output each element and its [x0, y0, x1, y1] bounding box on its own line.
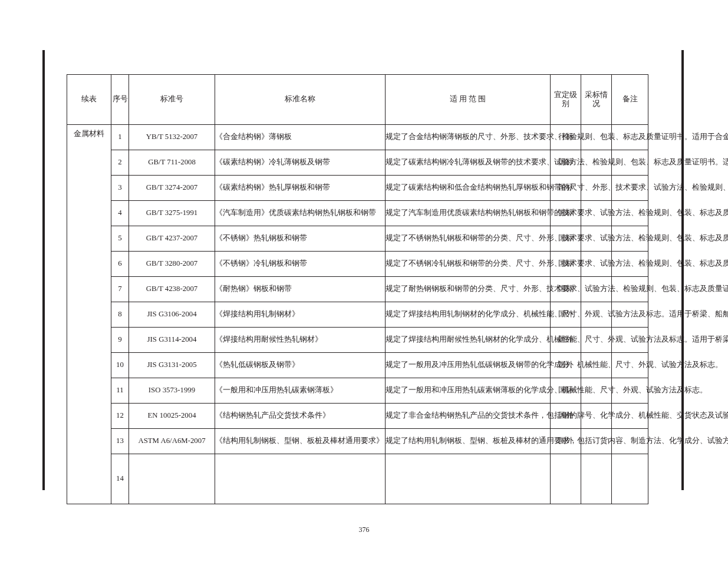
cell-scope: 规定了结构用轧制钢板、型钢、板桩及棒材的通用要求，包括订货内容、制造方法、化学成…: [386, 429, 551, 454]
cell-name: 《碳素结构钢》热轧厚钢板和钢带: [215, 176, 386, 201]
cell-std: GB/T 3274-2007: [129, 176, 215, 201]
cell-std: ASTM A6/A6M-2007: [129, 429, 215, 454]
cell-level: [551, 454, 581, 504]
table-header-row: 续表 序号 标准号 标准名称 适 用 范 围 宜定级别 采标情况 备注: [67, 75, 648, 125]
table-row: 金属材料1YB/T 5132-2007《合金结构钢》薄钢板规定了合金结构钢薄钢板…: [67, 125, 648, 150]
cell-name: 《碳素结构钢》冷轧薄钢板及钢带: [215, 150, 386, 176]
cell-scope: 规定了不锈钢热轧钢板和钢带的分类、尺寸、外形、技术要求、试验方法、检验规则、包装…: [386, 226, 551, 252]
cell-scope: 规定了合金结构钢薄钢板的尺寸、外形、技术要求、检验规则、包装、标志及质量证明书。…: [386, 125, 551, 150]
col-header-name: 标准名称: [215, 75, 386, 125]
table-row: 13ASTM A6/A6M-2007《结构用轧制钢板、型钢、板桩及棒材通用要求》…: [67, 429, 648, 454]
page-number: 376: [0, 525, 728, 534]
cell-scope: 规定了一般用及冲压用热轧低碳钢板及钢带的化学成分、机械性能、尺寸、外观、试验方法…: [386, 353, 551, 378]
col-header-no: 序号: [111, 75, 129, 125]
cell-std: EN 10025-2004: [129, 404, 215, 429]
cell-name: 《合金结构钢》薄钢板: [215, 125, 386, 150]
cell-adopt: [581, 454, 612, 504]
cell-std: GB/T 711-2008: [129, 150, 215, 176]
table-row: 4GB/T 3275-1991《汽车制造用》优质碳素结构钢热轧钢板和钢带规定了汽…: [67, 201, 648, 226]
table-row: 7GB/T 4238-2007《耐热钢》钢板和钢带规定了耐热钢钢板和钢带的分类、…: [67, 277, 648, 302]
cell-name: 《结构用轧制钢板、型钢、板桩及棒材通用要求》: [215, 429, 386, 454]
cell-name: 《不锈钢》冷轧钢板和钢带: [215, 252, 386, 277]
cell-scope: 规定了碳素结构钢和低合金结构钢热轧厚钢板和钢带的尺寸、外形、技术要求、试验方法、…: [386, 176, 551, 201]
table-row: 10JIS G3131-2005《热轧低碳钢板及钢带》规定了一般用及冲压用热轧低…: [67, 353, 648, 378]
cell-std: JIS G3114-2004: [129, 328, 215, 353]
row-group-label: 金属材料: [67, 125, 111, 504]
cell-name: 《不锈钢》热轧钢板和钢带: [215, 226, 386, 252]
cell-scope: 规定了一般用和冲压用热轧碳素钢薄板的化学成分、机械性能、尺寸、外观、试验方法及标…: [386, 378, 551, 404]
cell-no: 7: [111, 277, 129, 302]
table-row: 14: [67, 454, 648, 504]
cell-no: 3: [111, 176, 129, 201]
cell-no: 9: [111, 328, 129, 353]
cell-no: 12: [111, 404, 129, 429]
col-header-adopt: 采标情况: [581, 75, 612, 125]
cell-scope: 规定了非合金结构钢热轧产品的交货技术条件，包括钢的牌号、化学成分、机械性能、交货…: [386, 404, 551, 429]
cell-no: 2: [111, 150, 129, 176]
col-header-std: 标准号: [129, 75, 215, 125]
table-row: 5GB/T 4237-2007《不锈钢》热轧钢板和钢带规定了不锈钢热轧钢板和钢带…: [67, 226, 648, 252]
cell-no: 6: [111, 252, 129, 277]
cell-name: [215, 454, 386, 504]
table-row: 8JIS G3106-2004《焊接结构用轧制钢材》规定了焊接结构用轧制钢材的化…: [67, 302, 648, 328]
standards-table: 续表 序号 标准号 标准名称 适 用 范 围 宜定级别 采标情况 备注 金属材料…: [67, 74, 648, 504]
cell-no: 13: [111, 429, 129, 454]
cell-std: JIS G3106-2004: [129, 302, 215, 328]
cell-std: YB/T 5132-2007: [129, 125, 215, 150]
cell-name: 《热轧低碳钢板及钢带》: [215, 353, 386, 378]
cell-name: 《一般用和冲压用热轧碳素钢薄板》: [215, 378, 386, 404]
col-header-note: 备注: [612, 75, 648, 125]
cell-name: 《耐热钢》钢板和钢带: [215, 277, 386, 302]
cell-name: 《焊接结构用耐候性热轧钢材》: [215, 328, 386, 353]
col-header-level: 宜定级别: [551, 75, 581, 125]
cell-name: 《汽车制造用》优质碳素结构钢热轧钢板和钢带: [215, 201, 386, 226]
cell-no: 5: [111, 226, 129, 252]
cell-std: GB/T 4237-2007: [129, 226, 215, 252]
cell-no: 4: [111, 201, 129, 226]
cell-note: [612, 454, 648, 504]
cell-no: 11: [111, 378, 129, 404]
table-row: 9JIS G3114-2004《焊接结构用耐候性热轧钢材》规定了焊接结构用耐候性…: [67, 328, 648, 353]
cell-no: 14: [111, 454, 129, 504]
table-row: 11ISO 3573-1999《一般用和冲压用热轧碳素钢薄板》规定了一般用和冲压…: [67, 378, 648, 404]
cell-no: 8: [111, 302, 129, 328]
cell-no: 1: [111, 125, 129, 150]
cell-scope: 规定了不锈钢冷轧钢板和钢带的分类、尺寸、外形、技术要求、试验方法、检验规则、包装…: [386, 252, 551, 277]
cell-scope: [386, 454, 551, 504]
table-row: 3GB/T 3274-2007《碳素结构钢》热轧厚钢板和钢带规定了碳素结构钢和低…: [67, 176, 648, 201]
col-header-group: 续表: [67, 75, 111, 125]
table-row: 2GB/T 711-2008《碳素结构钢》冷轧薄钢板及钢带规定了碳素结构钢冷轧薄…: [67, 150, 648, 176]
cell-std: [129, 454, 215, 504]
cell-name: 《焊接结构用轧制钢材》: [215, 302, 386, 328]
cell-scope: 规定了焊接结构用轧制钢材的化学成分、机械性能、尺寸、外观、试验方法及标志。适用于…: [386, 302, 551, 328]
table-row: 6GB/T 3280-2007《不锈钢》冷轧钢板和钢带规定了不锈钢冷轧钢板和钢带…: [67, 252, 648, 277]
cell-std: GB/T 3280-2007: [129, 252, 215, 277]
cell-scope: 规定了碳素结构钢冷轧薄钢板及钢带的技术要求、试验方法、检验规则、包装、标志及质量…: [386, 150, 551, 176]
cell-std: JIS G3131-2005: [129, 353, 215, 378]
cell-std: GB/T 3275-1991: [129, 201, 215, 226]
col-header-scope: 适 用 范 围: [386, 75, 551, 125]
cell-name: 《结构钢热轧产品交货技术条件》: [215, 404, 386, 429]
cell-std: GB/T 4238-2007: [129, 277, 215, 302]
cell-std: ISO 3573-1999: [129, 378, 215, 404]
cell-no: 10: [111, 353, 129, 378]
table-row: 12EN 10025-2004《结构钢热轧产品交货技术条件》规定了非合金结构钢热…: [67, 404, 648, 429]
cell-scope: 规定了汽车制造用优质碳素结构钢热轧钢板和钢带的技术要求、试验方法、检验规则、包装…: [386, 201, 551, 226]
cell-scope: 规定了焊接结构用耐候性热轧钢材的化学成分、机械性能、尺寸、外观、试验方法及标志。…: [386, 328, 551, 353]
cell-scope: 规定了耐热钢钢板和钢带的分类、尺寸、外形、技术要求、试验方法、检验规则、包装、标…: [386, 277, 551, 302]
